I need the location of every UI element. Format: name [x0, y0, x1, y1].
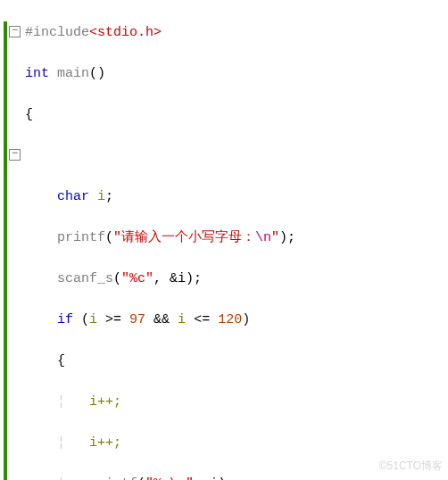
- code-line: ¦ i++;: [25, 392, 448, 412]
- code-line: ¦ i++;: [25, 433, 448, 453]
- code-line: int main(): [25, 63, 448, 84]
- header-name: <stdio.h>: [89, 25, 162, 40]
- kw-int: int: [25, 66, 49, 81]
- code-line: #include<stdio.h>: [25, 22, 448, 43]
- code-area: #include<stdio.h> int main() { char i; p…: [25, 2, 448, 480]
- gutter: − −: [0, 0, 21, 480]
- code-line: char i;: [25, 186, 448, 207]
- code-line: {: [25, 351, 448, 371]
- preproc: #include: [25, 25, 89, 40]
- kw-char: char: [57, 189, 89, 204]
- change-marker: [4, 21, 7, 480]
- fold-toggle-if[interactable]: −: [9, 149, 21, 161]
- watermark: ©51CTO博客: [379, 456, 443, 476]
- fold-toggle-main[interactable]: −: [9, 26, 21, 37]
- code-line: if (i >= 97 && i <= 120): [25, 310, 448, 330]
- code-line: {: [25, 104, 448, 125]
- fn-main: main: [57, 66, 89, 81]
- code-line: scanf_s("%c", &i);: [25, 269, 448, 289]
- code-line: [25, 145, 448, 166]
- code-line: printf("请输入一个小写字母：\n");: [25, 228, 448, 248]
